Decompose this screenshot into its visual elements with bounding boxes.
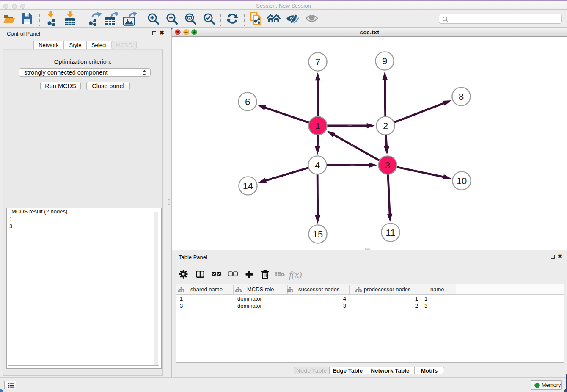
svg-text:2: 2 [383,121,388,131]
svg-text:3: 3 [385,160,390,171]
svg-text:4: 4 [315,160,320,171]
svg-text:14: 14 [243,181,253,191]
svg-text:7: 7 [315,57,320,67]
svg-text:11: 11 [386,227,396,238]
svg-text:1: 1 [315,121,320,131]
svg-text:9: 9 [382,56,387,66]
svg-text:8: 8 [459,91,464,102]
svg-text:15: 15 [313,229,323,240]
svg-text:6: 6 [245,97,250,107]
svg-text:10: 10 [457,176,467,186]
